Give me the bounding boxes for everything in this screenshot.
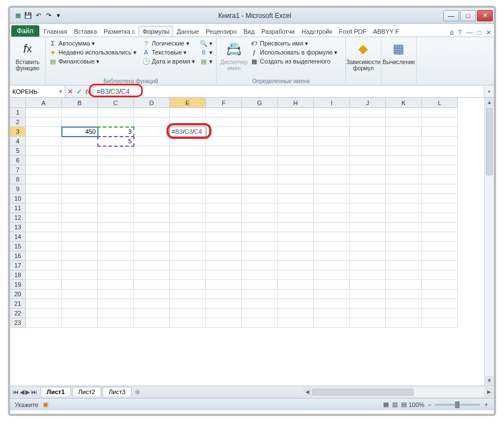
tab-layout[interactable]: Разметка с bbox=[100, 26, 138, 37]
cell[interactable] bbox=[26, 242, 62, 251]
cell[interactable] bbox=[206, 280, 242, 290]
cell[interactable] bbox=[62, 165, 98, 175]
cell[interactable] bbox=[278, 309, 314, 318]
cell[interactable] bbox=[386, 261, 422, 270]
cell[interactable] bbox=[278, 242, 314, 251]
cell[interactable] bbox=[242, 146, 278, 156]
cell[interactable] bbox=[98, 165, 134, 175]
row-header[interactable]: 9 bbox=[10, 184, 26, 194]
cell[interactable] bbox=[26, 270, 62, 280]
cell[interactable] bbox=[386, 146, 422, 156]
tab-abbyy[interactable]: ABBYY F bbox=[370, 26, 402, 37]
cell[interactable] bbox=[26, 223, 62, 232]
cell[interactable] bbox=[26, 156, 62, 165]
cell[interactable]: 5 bbox=[98, 137, 134, 146]
cell[interactable] bbox=[98, 232, 134, 242]
cell[interactable] bbox=[242, 204, 278, 213]
zoom-out-icon[interactable]: − bbox=[428, 401, 431, 408]
cell[interactable] bbox=[314, 280, 350, 290]
cell[interactable] bbox=[350, 165, 386, 175]
cell[interactable] bbox=[206, 127, 242, 137]
cell[interactable] bbox=[62, 232, 98, 242]
cell[interactable] bbox=[422, 309, 458, 318]
cell[interactable] bbox=[62, 137, 98, 146]
cell[interactable] bbox=[26, 194, 62, 204]
cell[interactable] bbox=[98, 156, 134, 165]
cell[interactable] bbox=[26, 290, 62, 299]
cell[interactable] bbox=[386, 156, 422, 165]
formula-input[interactable]: =B3/C3/C4 bbox=[93, 85, 484, 97]
tab-data[interactable]: Данные bbox=[173, 26, 202, 37]
cell[interactable] bbox=[206, 156, 242, 165]
cell[interactable] bbox=[206, 270, 242, 280]
row-header[interactable]: 21 bbox=[10, 299, 26, 309]
tab-addins[interactable]: Надстройк bbox=[298, 26, 335, 37]
tab-developer[interactable]: Разработчи bbox=[258, 26, 298, 37]
doc-close-icon[interactable]: ✕ bbox=[484, 29, 494, 37]
cell[interactable] bbox=[134, 108, 170, 117]
redo-icon[interactable]: ↷ bbox=[44, 11, 53, 20]
cell[interactable] bbox=[62, 108, 98, 117]
cell[interactable] bbox=[314, 175, 350, 184]
cell[interactable] bbox=[278, 146, 314, 156]
cell[interactable] bbox=[206, 146, 242, 156]
cell[interactable] bbox=[206, 299, 242, 309]
cell[interactable] bbox=[134, 309, 170, 318]
cell[interactable] bbox=[350, 146, 386, 156]
cell[interactable] bbox=[278, 213, 314, 223]
cell[interactable] bbox=[26, 261, 62, 270]
cell[interactable] bbox=[386, 318, 422, 328]
cell[interactable] bbox=[98, 242, 134, 251]
cell[interactable] bbox=[314, 184, 350, 194]
cell[interactable] bbox=[62, 299, 98, 309]
cell[interactable] bbox=[62, 194, 98, 204]
cell[interactable] bbox=[62, 261, 98, 270]
autosum-button[interactable]: ΣАвтосумма ▾ bbox=[49, 39, 137, 47]
cell[interactable] bbox=[98, 270, 134, 280]
ribbon-minimize-icon[interactable]: ۵ bbox=[448, 29, 456, 37]
row-header[interactable]: 5 bbox=[10, 146, 26, 156]
cell[interactable] bbox=[26, 299, 62, 309]
cell[interactable] bbox=[170, 309, 206, 318]
cell[interactable] bbox=[422, 251, 458, 261]
cell[interactable] bbox=[314, 156, 350, 165]
cell[interactable] bbox=[386, 242, 422, 251]
cell[interactable] bbox=[98, 299, 134, 309]
row-header[interactable]: 7 bbox=[10, 165, 26, 175]
name-box-dropdown-icon[interactable]: ▾ bbox=[59, 88, 62, 95]
cell[interactable] bbox=[26, 213, 62, 223]
cell[interactable] bbox=[170, 232, 206, 242]
cell[interactable] bbox=[170, 213, 206, 223]
cell[interactable] bbox=[386, 117, 422, 127]
cell[interactable] bbox=[62, 213, 98, 223]
row-header[interactable]: 11 bbox=[10, 204, 26, 213]
cell[interactable] bbox=[350, 184, 386, 194]
cell[interactable] bbox=[134, 117, 170, 127]
cell[interactable] bbox=[170, 184, 206, 194]
cell[interactable] bbox=[134, 318, 170, 328]
cell[interactable] bbox=[134, 165, 170, 175]
cell[interactable] bbox=[350, 175, 386, 184]
row-header[interactable]: 13 bbox=[10, 223, 26, 232]
cell[interactable] bbox=[386, 251, 422, 261]
cell[interactable] bbox=[278, 280, 314, 290]
cell[interactable] bbox=[242, 232, 278, 242]
save-icon[interactable]: 💾 bbox=[24, 11, 33, 20]
cell[interactable] bbox=[314, 232, 350, 242]
cell[interactable] bbox=[314, 299, 350, 309]
cell[interactable] bbox=[170, 318, 206, 328]
cell[interactable] bbox=[26, 175, 62, 184]
cell[interactable] bbox=[314, 318, 350, 328]
cell[interactable] bbox=[98, 184, 134, 194]
cell[interactable] bbox=[350, 127, 386, 137]
cell[interactable] bbox=[98, 223, 134, 232]
cell[interactable] bbox=[98, 146, 134, 156]
row-header[interactable]: 2 bbox=[10, 117, 26, 127]
cell[interactable] bbox=[350, 213, 386, 223]
cell[interactable] bbox=[350, 309, 386, 318]
recent-functions-button[interactable]: ★Недавно использовались ▾ bbox=[49, 48, 137, 56]
row-header[interactable]: 6 bbox=[10, 156, 26, 165]
cell[interactable] bbox=[62, 318, 98, 328]
cell[interactable] bbox=[134, 242, 170, 251]
cell[interactable] bbox=[134, 261, 170, 270]
